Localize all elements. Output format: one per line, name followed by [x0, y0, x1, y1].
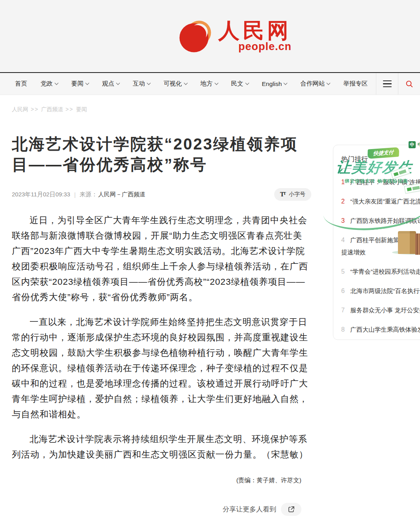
chevron-down-icon	[284, 81, 288, 85]
article-body: 近日，为引导全区广大青年学生践行生态文明理念，共青团中央社会联络部与新浪微博联合…	[12, 213, 311, 462]
sidebar: 中 中国邮政 快捷支付 让美好发生 绑定快捷支付 畅享缤纷优惠	[333, 135, 420, 340]
source-label: 来源：	[80, 191, 97, 198]
rank-number: 6	[341, 287, 347, 294]
page: 人民网 people.cn 首页 党政 要闻 观点 互动 可视化 地方 民文 E…	[0, 0, 420, 530]
chevron-down-icon	[245, 81, 249, 85]
hot-ranking-link[interactable]: 8广西大山学生乘高铁体验发展	[341, 323, 420, 336]
hot-item-text: 广西大山学生乘高铁体验发展	[350, 326, 420, 333]
hot-ranking-item: 7服务群众无小事 龙圩公安排忧 民心	[341, 304, 420, 316]
nav-item-home[interactable]: 首页	[15, 80, 27, 88]
content: 北海艺术设计学院获“2023绿植领养项目——省份优秀高校”称号 2023年11月…	[0, 113, 420, 516]
hot-ranking-link[interactable]: 5“学青会”进校园系列活动走 民族大学	[341, 265, 420, 278]
site-domain: people.cn	[238, 41, 292, 53]
nav-item-label: 观点	[102, 80, 114, 88]
chevron-down-icon	[85, 81, 89, 85]
hot-ranking-item: 5“学青会”进校园系列活动走 民族大学	[341, 265, 420, 278]
font-size-icon: TT	[280, 191, 286, 198]
nav-links: 首页 党政 要闻 观点 互动 可视化 地方 民文 English 合作网站 举报…	[15, 73, 368, 95]
font-size-button[interactable]: TT 小字号	[274, 188, 311, 201]
people-globe-icon	[177, 18, 214, 54]
hot-item-text: 服务群众无小事 龙圩公安排忧	[350, 307, 420, 314]
nav-item-report[interactable]: 举报专区	[343, 80, 368, 88]
main-nav: 首页 党政 要闻 观点 互动 可视化 地方 民文 English 合作网站 举报…	[0, 72, 420, 95]
share-icon	[288, 506, 295, 513]
meta-divider: |	[74, 191, 76, 198]
site-name: 人民网	[218, 19, 292, 42]
hot-ranking-link[interactable]: 7服务群众无小事 龙圩公安排忧 民心	[341, 304, 420, 316]
nav-item-interact[interactable]: 互动	[133, 80, 150, 88]
nav-item-label: 要闻	[71, 80, 84, 88]
nav-item-visual[interactable]: 可视化	[164, 80, 187, 88]
chevron-down-icon	[184, 81, 188, 85]
hot-ranking-link[interactable]: 6北海市两级法院“百名执行干 企”助...	[341, 285, 420, 297]
nav-item-partners[interactable]: 合作网站	[300, 80, 330, 88]
hot-item-text: 北海市两级法院“百名执行干	[350, 287, 420, 294]
hot-ranking-item: 6北海市两级法院“百名执行干 企”助...	[341, 285, 420, 297]
site-header: 人民网 people.cn	[0, 0, 420, 72]
breadcrumb-channel[interactable]: 广西频道	[41, 106, 63, 112]
breadcrumb-section[interactable]: 要闻	[76, 106, 87, 112]
nav-item-label: 民文	[231, 80, 243, 88]
rank-number: 5	[341, 268, 347, 275]
search-button[interactable]	[398, 73, 420, 95]
nav-item-label: 首页	[15, 80, 27, 88]
paragraph: 北海艺术设计学院表示将持续组织学生开展生态文明、环境保护等系列活动，为加快建设美…	[12, 431, 311, 462]
nav-item-party[interactable]: 党政	[41, 80, 58, 88]
paragraph: 近日，为引导全区广大青年学生践行生态文明理念，共青团中央社会联络部与新浪微博联合…	[12, 213, 311, 305]
article-meta: 2023年11月02日09:33 | 来源： 人民网－广西频道	[12, 191, 145, 198]
nav-item-opinion[interactable]: 观点	[102, 80, 119, 88]
hot-item-text: 提速增效	[341, 249, 366, 256]
site-logo[interactable]: 人民网 people.cn	[177, 18, 292, 54]
share-label: 分享让更多人看到	[223, 505, 276, 514]
article-meta-row: 2023年11月02日09:33 | 来源： 人民网－广西频道 TT 小字号	[12, 188, 311, 201]
nav-item-news[interactable]: 要闻	[71, 80, 89, 88]
rank-number: 8	[341, 326, 347, 333]
breadcrumb-separator: >>	[65, 106, 73, 112]
hot-ranking-item: 8广西大山学生乘高铁体验发展	[341, 323, 420, 336]
nav-controls	[376, 73, 420, 95]
rank-number: 7	[341, 307, 347, 314]
paragraph: 一直以来，北海艺术设计学院师生始终坚持把生态文明意识贯穿于日常的行动中，逐渐形成…	[12, 314, 311, 422]
rank-number: 4	[341, 237, 347, 243]
nav-item-label: 可视化	[164, 80, 182, 88]
logo-text: 人民网 people.cn	[218, 19, 292, 53]
nav-item-minwen[interactable]: 民文	[231, 80, 249, 88]
menu-button[interactable]	[376, 73, 398, 95]
share-row: 分享让更多人看到	[12, 503, 311, 516]
hamburger-icon	[383, 80, 392, 82]
chevron-down-icon	[116, 81, 120, 85]
editor-note: (责编：黄子婧、许荩文)	[12, 476, 311, 485]
search-icon	[405, 80, 414, 88]
nav-item-english[interactable]: English	[262, 80, 287, 88]
nav-item-label: 合作网站	[300, 80, 325, 88]
breadcrumb-separator: >>	[31, 106, 39, 112]
page-title: 北海艺术设计学院获“2023绿植领养项目——省份优秀高校”称号	[12, 134, 311, 175]
chevron-down-icon	[55, 81, 59, 85]
breadcrumb-home[interactable]: 人民网	[12, 106, 28, 112]
nav-item-local[interactable]: 地方	[201, 80, 218, 88]
nav-item-label: 地方	[201, 80, 213, 88]
chevron-down-icon	[147, 81, 151, 85]
source-link[interactable]: 人民网－广西频道	[98, 191, 145, 198]
publish-date: 2023年11月02日09:33	[12, 191, 70, 198]
nav-item-label: 党政	[41, 80, 53, 88]
font-size-label: 小字号	[289, 191, 305, 198]
nav-item-label: English	[262, 80, 282, 88]
hot-item-text: “学青会”进校园系列活动走	[350, 268, 420, 275]
chevron-down-icon	[327, 81, 331, 85]
article: 北海艺术设计学院获“2023绿植领养项目——省份优秀高校”称号 2023年11月…	[12, 113, 311, 516]
nav-item-label: 互动	[133, 80, 145, 88]
share-button[interactable]	[281, 503, 301, 516]
breadcrumb: 人民网>>广西频道>>要闻	[12, 106, 420, 113]
chevron-down-icon	[214, 81, 218, 85]
nav-item-label: 举报专区	[343, 80, 368, 88]
